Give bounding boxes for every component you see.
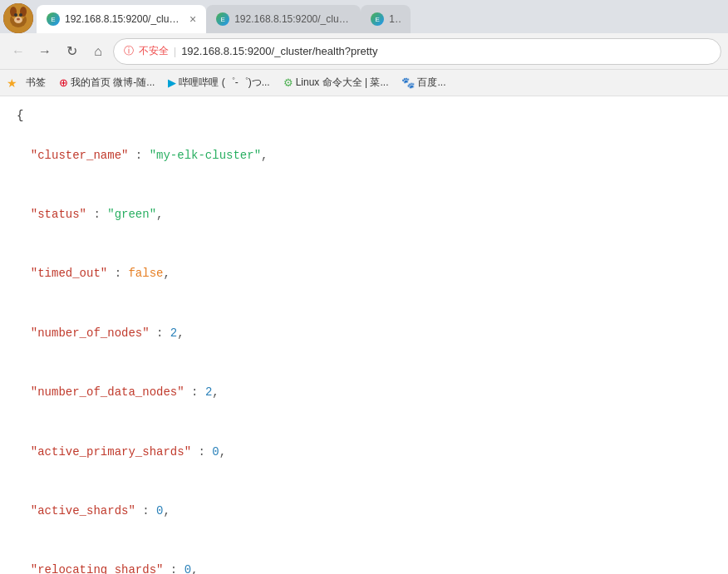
json-nodes-line: "number_of_nodes" : 2, xyxy=(17,304,711,363)
tab-favicon-1: E xyxy=(47,12,60,26)
tab-favicon-3: E xyxy=(371,12,384,26)
security-label: 不安全 xyxy=(139,44,169,58)
json-active-shards-line: "active_shards" : 0, xyxy=(17,482,711,541)
reload-button[interactable]: ↻ xyxy=(60,40,83,63)
tab-title-1: 192.168.8.15:9200/_cluster/hea xyxy=(65,13,181,25)
bookmark-baidu[interactable]: 🐾 百度... xyxy=(396,74,450,91)
data-nodes-key: "number_of_data_nodes" xyxy=(31,385,184,399)
status-key: "status" xyxy=(31,208,86,221)
baidu-label: 百度... xyxy=(417,76,445,90)
bookmark-weibo[interactable]: ⊕ 我的首页 微博-随... xyxy=(54,74,160,91)
tab-title-2: 192.168.8.15:9200/_cluster/state? xyxy=(234,13,351,25)
baidu-icon: 🐾 xyxy=(401,76,415,89)
home-button[interactable]: ⌂ xyxy=(86,40,110,63)
timed-out-value: false xyxy=(128,267,163,280)
tab-bar: E 192.168.8.15:9200/_cluster/hea × E 192… xyxy=(0,0,728,33)
svg-point-6 xyxy=(14,13,17,17)
relocating-shards-key: "relocating_shards" xyxy=(31,563,164,574)
avatar xyxy=(0,3,33,33)
tab-cluster-health[interactable]: E 192.168.8.15:9200/_cluster/hea × xyxy=(37,5,206,33)
status-value: "green" xyxy=(107,208,156,221)
bookmarks-bar: ★ 书签 ⊕ 我的首页 微博-随... ▶ 哔哩哔哩 (゜-゜)つ... ⚙ L… xyxy=(0,70,728,96)
back-button[interactable]: ← xyxy=(7,40,30,63)
active-shards-key: "active_shards" xyxy=(31,504,135,518)
tab-third[interactable]: E 192... xyxy=(361,5,411,33)
linux-icon: ⚙ xyxy=(283,76,293,89)
tab-title-3: 192... xyxy=(389,13,401,25)
svg-point-8 xyxy=(17,18,20,21)
separator: | xyxy=(174,46,176,57)
relocating-shards-value: 0 xyxy=(184,563,191,574)
address-bar[interactable]: ⓘ 不安全 | 192.168.8.15:9200/_cluster/healt… xyxy=(113,38,721,65)
url-text: 192.168.8.15:9200/_cluster/health?pretty xyxy=(181,45,377,57)
bilibili-icon: ▶ xyxy=(168,76,176,89)
json-primary-shards-line: "active_primary_shards" : 0, xyxy=(17,423,711,482)
security-icon: ⓘ xyxy=(124,44,134,58)
nodes-value: 2 xyxy=(170,326,177,340)
tab-favicon-2: E xyxy=(216,12,229,26)
linux-label: Linux 命令大全 | 菜... xyxy=(296,76,389,90)
svg-point-7 xyxy=(19,13,22,17)
bookmark-linux[interactable]: ⚙ Linux 命令大全 | 菜... xyxy=(278,74,394,91)
json-timed-out-line: "timed_out" : false, xyxy=(17,245,711,304)
json-status-line: "status" : "green", xyxy=(17,185,711,244)
timed-out-key: "timed_out" xyxy=(31,267,107,280)
json-relocating-shards-line: "relocating_shards" : 0, xyxy=(17,542,711,574)
bookmark-star-icon: ★ xyxy=(7,76,17,90)
weibo-icon: ⊕ xyxy=(59,76,68,89)
json-data-nodes-line: "number_of_data_nodes" : 2, xyxy=(17,363,711,422)
weibo-label: 我的首页 微博-随... xyxy=(71,76,155,90)
cluster-name-value: "my-elk-cluster" xyxy=(150,149,261,162)
json-content-area: { "cluster_name" : "my-elk-cluster", "st… xyxy=(0,96,728,574)
bookmarks-label: 书签 xyxy=(26,76,46,90)
primary-shards-key: "active_primary_shards" xyxy=(31,445,191,459)
tab-cluster-state[interactable]: E 192.168.8.15:9200/_cluster/state? xyxy=(206,5,361,33)
bookmark-bookmarks[interactable]: 书签 xyxy=(21,74,51,91)
tab-close-1[interactable]: × xyxy=(189,12,196,26)
bookmark-bilibili[interactable]: ▶ 哔哩哔哩 (゜-゜)つ... xyxy=(163,74,274,91)
nav-bar: ← → ↻ ⌂ ⓘ 不安全 | 192.168.8.15:9200/_clust… xyxy=(0,33,728,70)
nodes-key: "number_of_nodes" xyxy=(31,326,150,340)
json-open-brace: { xyxy=(17,106,711,126)
cluster-name-key: "cluster_name" xyxy=(31,149,129,162)
json-cluster-name-line: "cluster_name" : "my-elk-cluster", xyxy=(17,126,711,185)
forward-button[interactable]: → xyxy=(33,40,57,63)
browser-window: E 192.168.8.15:9200/_cluster/hea × E 192… xyxy=(0,0,728,574)
primary-shards-value: 0 xyxy=(212,445,219,459)
bilibili-label: 哔哩哔哩 (゜-゜)つ... xyxy=(179,76,269,90)
